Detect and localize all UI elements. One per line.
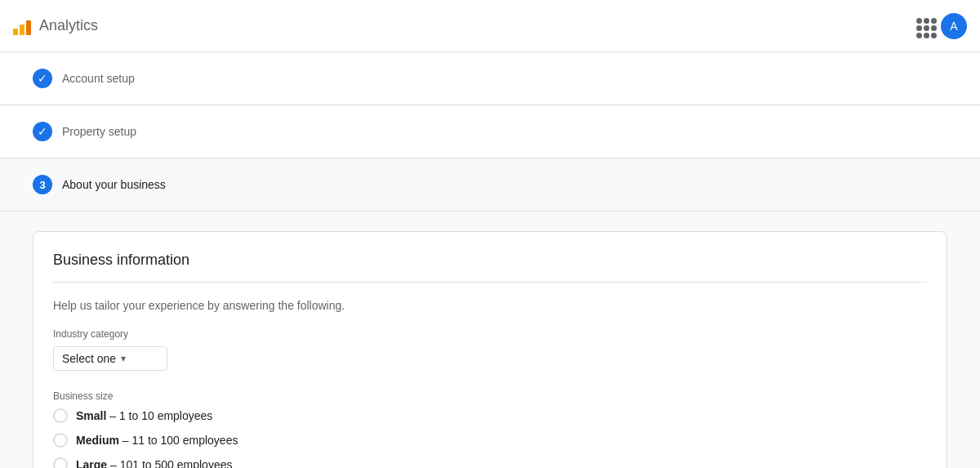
radio-medium-label: Medium – 11 to 100 employees xyxy=(76,434,238,447)
radio-small-label: Small – 1 to 10 employees xyxy=(76,409,212,422)
analytics-logo-icon xyxy=(13,17,31,35)
step-about-business: 3 About your business xyxy=(0,158,980,212)
step-account-setup: ✓ Account setup xyxy=(0,52,980,105)
app-header: Analytics A xyxy=(0,0,980,52)
header-left: Analytics xyxy=(13,17,98,35)
business-size-field-group: Business size Small – 1 to 10 employees … xyxy=(53,390,927,468)
step-active-icon: 3 xyxy=(33,175,52,194)
step-property-setup: ✓ Property setup xyxy=(0,105,980,158)
radio-small[interactable]: Small – 1 to 10 employees xyxy=(53,408,927,423)
main-content: ✓ Account setup ✓ Property setup 3 About… xyxy=(0,52,980,468)
industry-label: Industry category xyxy=(53,328,927,340)
radio-medium-circle xyxy=(53,433,68,448)
step-about-business-label: About your business xyxy=(62,178,166,191)
business-info-card: Business information Help us tailor your… xyxy=(33,231,947,468)
radio-large-label: Large – 101 to 500 employees xyxy=(76,458,232,468)
industry-field-group: Industry category Select one ▾ xyxy=(53,328,927,371)
industry-select-value: Select one xyxy=(62,352,116,365)
step-complete-icon: ✓ xyxy=(33,69,52,88)
radio-small-circle xyxy=(53,408,68,423)
apps-icon[interactable] xyxy=(915,16,934,36)
header-right: A xyxy=(915,13,967,39)
help-text: Help us tailor your experience by answer… xyxy=(53,299,927,312)
industry-select[interactable]: Select one ▾ xyxy=(53,346,167,371)
business-size-radio-group: Small – 1 to 10 employees Medium – 11 to… xyxy=(53,408,927,468)
user-avatar[interactable]: A xyxy=(941,13,967,39)
card-title: Business information xyxy=(53,252,927,283)
step-account-setup-label: Account setup xyxy=(62,72,135,85)
step-property-setup-label: Property setup xyxy=(62,125,136,138)
step-complete-icon-2: ✓ xyxy=(33,122,52,141)
app-title: Analytics xyxy=(39,17,98,34)
radio-medium[interactable]: Medium – 11 to 100 employees xyxy=(53,433,927,448)
chevron-down-icon: ▾ xyxy=(121,353,126,364)
business-size-label: Business size xyxy=(53,390,927,402)
form-content: Business information Help us tailor your… xyxy=(0,212,980,468)
radio-large-circle xyxy=(53,457,68,468)
radio-large[interactable]: Large – 101 to 500 employees xyxy=(53,457,927,468)
